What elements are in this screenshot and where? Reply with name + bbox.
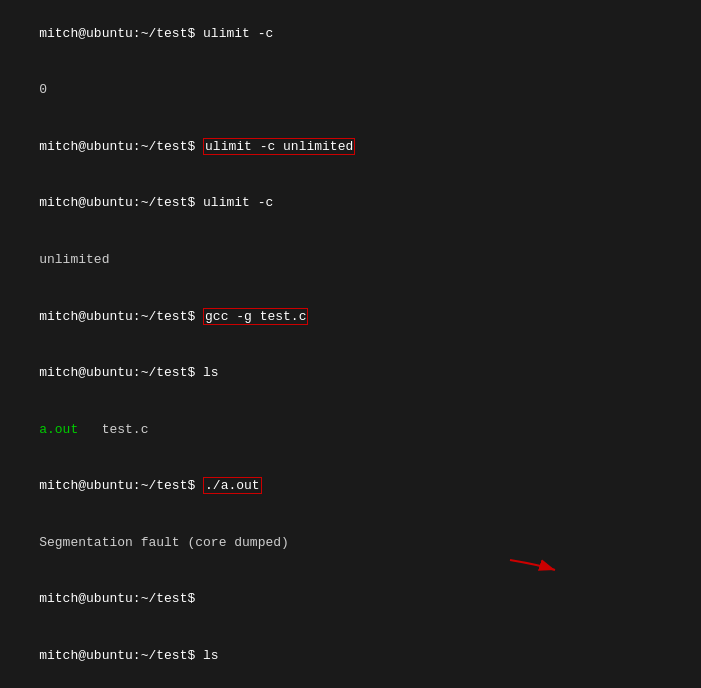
- line-7: mitch@ubuntu:~/test$ ls: [8, 345, 693, 402]
- prompt: mitch@ubuntu:~/test$: [39, 26, 203, 41]
- line-9: mitch@ubuntu:~/test$ ./a.out: [8, 458, 693, 515]
- terminal: mitch@ubuntu:~/test$ ulimit -c 0 mitch@u…: [0, 0, 701, 688]
- line-2: 0: [8, 63, 693, 120]
- line-6: mitch@ubuntu:~/test$ gcc -g test.c: [8, 289, 693, 346]
- line-13: a.out core test.c: [8, 684, 693, 688]
- line-10: Segmentation fault (core dumped): [8, 515, 693, 572]
- line-3: mitch@ubuntu:~/test$ ulimit -c unlimited: [8, 119, 693, 176]
- line-1: mitch@ubuntu:~/test$ ulimit -c: [8, 6, 693, 63]
- line-12: mitch@ubuntu:~/test$ ls: [8, 628, 693, 685]
- line-8: a.out test.c: [8, 402, 693, 459]
- line-5: unlimited: [8, 232, 693, 289]
- line-4: mitch@ubuntu:~/test$ ulimit -c: [8, 176, 693, 233]
- line-11: mitch@ubuntu:~/test$: [8, 571, 693, 628]
